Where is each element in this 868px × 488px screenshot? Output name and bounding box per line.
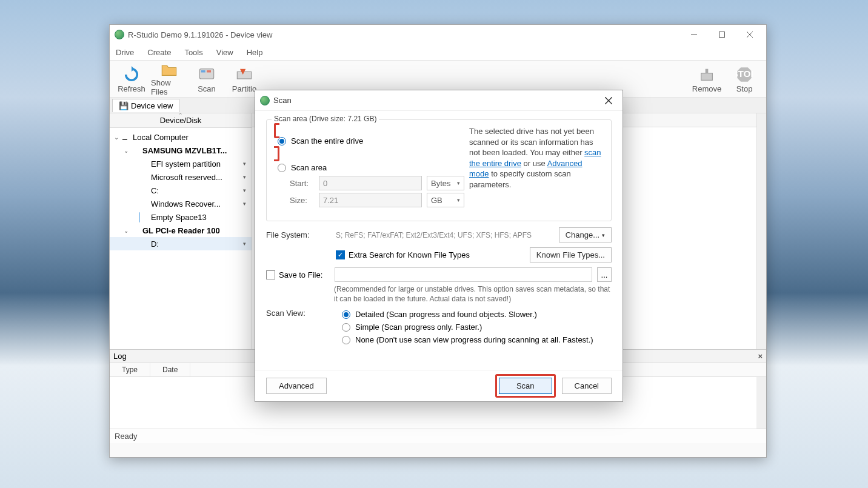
scan-icon	[197, 65, 216, 84]
node-msr[interactable]: Microsoft reserved...▾	[110, 170, 252, 184]
cancel-button[interactable]: Cancel	[562, 378, 612, 394]
svg-rect-11	[706, 69, 709, 73]
radio-scan-view-none[interactable]: None (Don't use scan view progress durin…	[342, 335, 612, 344]
size-unit-select[interactable]: GB▾	[427, 193, 464, 207]
tab-device-view[interactable]: 💾 Device view	[112, 99, 179, 112]
log-col-type[interactable]: Type	[110, 363, 150, 376]
stop-button[interactable]: STOP Stop	[726, 61, 763, 96]
menu-tools[interactable]: Tools	[182, 47, 205, 58]
file-system-value: S; ReFS; FAT/exFAT; Ext2/Ext3/Ext4; UFS;…	[336, 231, 553, 239]
dialog-close-button[interactable]	[599, 92, 618, 109]
scan-area-group: Scan area (Drive size: 7.21 GB) Scan the…	[266, 119, 612, 221]
radio-scan-view-detailed[interactable]: Detailed (Scan progress and found object…	[342, 310, 612, 319]
radio-scan-area[interactable]: Scan area	[278, 163, 464, 172]
save-to-file-checkbox[interactable]	[266, 270, 275, 279]
dialog-body: Scan area (Drive size: 7.21 GB) Scan the…	[255, 111, 623, 370]
file-system-row: File System: S; ReFS; FAT/exFAT; Ext2/Ex…	[266, 227, 612, 242]
svg-rect-6	[201, 70, 205, 73]
node-empty[interactable]: Empty Space13	[110, 210, 252, 224]
svg-rect-10	[701, 73, 713, 80]
tree-body: ⌄Local Computer ⌄SAMSUNG MZVLB1T... EFI …	[110, 128, 252, 253]
app-icon	[260, 96, 270, 105]
svg-marker-4	[132, 66, 135, 72]
scan-dialog: Scan Scan area (Drive size: 7.21 GB) Sca…	[255, 90, 623, 402]
node-gl-reader[interactable]: ⌄GL PCI-e Reader 100	[110, 224, 252, 237]
browse-button[interactable]: ...	[597, 267, 612, 282]
titlebar: R-Studio Demo 9.1.191026 - Device view	[110, 25, 766, 44]
size-input[interactable]	[319, 193, 422, 207]
refresh-button[interactable]: Refresh	[113, 61, 150, 96]
menu-create[interactable]: Create	[145, 47, 173, 58]
node-samsung[interactable]: ⌄SAMSUNG MZVLB1T...	[110, 144, 252, 157]
save-to-file-row: Save to File: ...	[266, 267, 612, 282]
refresh-icon	[122, 65, 141, 84]
tree-header[interactable]: ⌃ Device/Disk	[110, 113, 252, 128]
menu-help[interactable]: Help	[244, 47, 265, 58]
known-file-types-button[interactable]: Known File Types...	[530, 247, 612, 262]
radio-scan-view-simple[interactable]: Simple (Scan progress only. Faster.)	[342, 323, 612, 332]
node-local-computer[interactable]: ⌄Local Computer	[110, 130, 252, 144]
minimize-button[interactable]	[680, 25, 708, 44]
scan-info-text: The selected drive has not yet been scan…	[464, 126, 604, 190]
log-col-date[interactable]: Date	[150, 363, 190, 376]
node-efi[interactable]: EFI system partition▾	[110, 157, 252, 170]
scan-highlight: Scan	[495, 374, 556, 398]
scan-button[interactable]: Scan	[189, 61, 225, 96]
partition-icon	[235, 65, 254, 84]
group-legend: Scan area (Drive size: 7.21 GB)	[272, 115, 379, 123]
extra-search-checkbox[interactable]: ✓	[336, 250, 345, 259]
save-recommendation: (Recommended for large or unstable drive…	[334, 284, 612, 304]
svg-rect-1	[719, 32, 725, 38]
remove-icon	[697, 65, 716, 84]
statusbar: Ready	[110, 429, 766, 443]
dialog-titlebar: Scan	[255, 90, 623, 111]
log-title: Log	[113, 352, 127, 361]
menu-view[interactable]: View	[214, 47, 236, 58]
extra-search-label: Extra Search for Known File Types	[349, 250, 470, 259]
save-path-input[interactable]	[335, 267, 592, 282]
svg-rect-7	[207, 70, 211, 73]
log-scrollbar[interactable]	[756, 377, 766, 429]
start-unit-select[interactable]: Bytes▾	[427, 176, 464, 190]
menubar: Drive Create Tools View Help	[110, 44, 766, 60]
window-title: R-Studio Demo 9.1.191026 - Device view	[128, 30, 680, 39]
change-fs-button[interactable]: Change...▾	[559, 227, 612, 242]
sort-icon: ⌃	[178, 113, 183, 118]
show-files-button[interactable]: Show Files	[151, 61, 187, 96]
menu-drive[interactable]: Drive	[113, 47, 136, 58]
log-close-icon[interactable]: ×	[758, 352, 763, 361]
close-button[interactable]	[736, 25, 764, 44]
app-icon	[115, 30, 124, 39]
maximize-button[interactable]	[708, 25, 736, 44]
start-input[interactable]	[319, 176, 422, 190]
node-winre[interactable]: Windows Recover...▾	[110, 197, 252, 210]
scan-entire-highlight: Scan the entire drive	[274, 123, 464, 161]
folder-icon	[159, 61, 179, 78]
properties-scrollbar[interactable]	[756, 113, 766, 349]
stop-icon: STOP	[735, 65, 754, 84]
radio-scan-entire[interactable]: Scan the entire drive	[278, 136, 464, 145]
size-field: Size: GB▾	[290, 193, 464, 207]
dialog-title: Scan	[273, 96, 599, 105]
extra-search-row: ✓ Extra Search for Known File Types Know…	[266, 247, 612, 262]
dialog-footer: Advanced Scan Cancel	[255, 370, 623, 401]
scan-confirm-button[interactable]: Scan	[499, 378, 552, 394]
status-text: Ready	[115, 432, 138, 441]
device-tree: ⌃ Device/Disk ⌄Local Computer ⌄SAMSUNG M…	[110, 113, 252, 349]
node-c[interactable]: C:▾	[110, 184, 252, 197]
remove-button[interactable]: Remove	[689, 61, 725, 96]
svg-rect-8	[237, 72, 251, 79]
svg-text:STOP: STOP	[736, 68, 753, 78]
start-field: Start: Bytes▾	[290, 176, 464, 190]
device-view-icon: 💾	[119, 101, 129, 110]
scan-view-row: Scan View: Detailed (Scan progress and f…	[266, 309, 612, 348]
advanced-button[interactable]: Advanced	[266, 378, 327, 394]
node-d[interactable]: D:▾	[110, 237, 252, 250]
